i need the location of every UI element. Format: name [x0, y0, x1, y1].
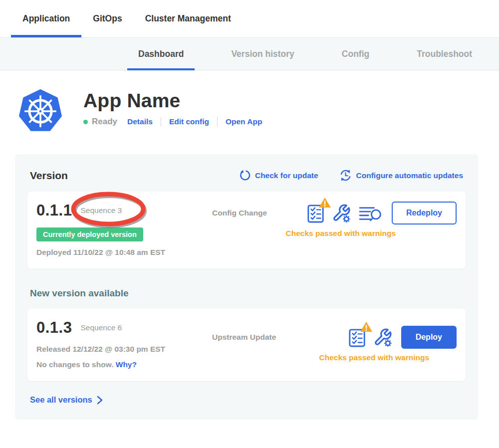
status-text: Ready — [92, 117, 117, 127]
version-source-label: Config Change — [212, 209, 267, 218]
version-source-label: Upstream Update — [212, 333, 276, 342]
tab-config-label: Config — [342, 49, 369, 59]
gear-icon — [385, 340, 391, 346]
current-version-card: 0.1.1 Sequence 3 Currently deployed vers… — [27, 192, 466, 269]
open-app-link[interactable]: Open App — [226, 117, 262, 126]
tab-troubleshoot[interactable]: Troubleshoot — [406, 38, 483, 70]
warning-triangle-icon — [318, 197, 331, 208]
deployed-timestamp: Deployed 11/10/22 @ 10:48 am EST — [36, 248, 201, 257]
configure-auto-updates-label: Configure automatic updates — [356, 171, 463, 180]
auto-update-clock-icon — [339, 169, 352, 182]
version-panel-title: Version — [30, 170, 68, 182]
tab-version-history-label: Version history — [231, 49, 294, 59]
checks-warning-text: Checks passed with warnings — [319, 353, 429, 362]
app-header: App Name Ready Details Edit config Open … — [0, 70, 499, 135]
see-all-versions-link[interactable]: See all versions — [30, 395, 466, 405]
refresh-icon — [239, 170, 250, 181]
edit-config-wrench-icon[interactable] — [332, 203, 351, 223]
tab-version-history[interactable]: Version history — [220, 38, 305, 70]
divider — [161, 117, 161, 127]
version-panel: Version Check for update Configure autom… — [15, 154, 478, 420]
status-dot-icon — [83, 120, 88, 124]
tab-cluster-management-label: Cluster Management — [145, 13, 231, 24]
no-changes-line: No changes to show. Why? — [36, 360, 201, 369]
view-diff-icon[interactable] — [358, 204, 383, 222]
redeploy-button[interactable]: Redeploy — [392, 202, 457, 224]
tab-dashboard[interactable]: Dashboard — [127, 38, 195, 70]
tab-gitops-label: GitOps — [93, 13, 122, 24]
checks-warning-text: Checks passed with warnings — [285, 229, 396, 238]
current-version-number: 0.1.1 — [36, 202, 72, 220]
details-link[interactable]: Details — [127, 117, 153, 126]
available-sequence-label: Sequence 6 — [80, 323, 122, 332]
released-timestamp: Released 12/12/22 @ 03:30 pm EST — [36, 345, 201, 354]
current-sequence-label: Sequence 3 — [80, 206, 122, 215]
divider — [217, 117, 218, 127]
top-nav: Application GitOps Cluster Management — [0, 0, 499, 37]
edit-config-wrench-icon[interactable] — [373, 327, 392, 347]
currently-deployed-badge: Currently deployed version — [36, 227, 143, 241]
tab-dashboard-label: Dashboard — [138, 49, 184, 59]
warning-triangle-icon — [360, 321, 373, 332]
kubernetes-logo-icon — [17, 87, 63, 135]
configure-auto-updates-button[interactable]: Configure automatic updates — [339, 169, 463, 182]
tab-cluster-management[interactable]: Cluster Management — [134, 0, 243, 37]
available-version-card: 0.1.3 Sequence 6 Released 12/12/22 @ 03:… — [27, 309, 466, 381]
check-for-update-label: Check for update — [255, 171, 318, 180]
check-for-update-button[interactable]: Check for update — [239, 170, 318, 181]
page-title: App Name — [83, 90, 262, 112]
gear-icon — [343, 216, 349, 222]
app-sub-nav: Dashboard Version history Config Trouble… — [0, 37, 499, 70]
edit-config-link[interactable]: Edit config — [169, 117, 209, 126]
deploy-button[interactable]: Deploy — [401, 326, 457, 349]
tab-config[interactable]: Config — [331, 38, 380, 70]
preflight-checks-icon[interactable] — [307, 203, 325, 224]
tab-troubleshoot-label: Troubleshoot — [417, 49, 472, 59]
preflight-checks-icon[interactable] — [348, 327, 366, 348]
new-version-heading: New version available — [30, 288, 466, 299]
chevron-right-icon — [96, 396, 103, 405]
tab-application[interactable]: Application — [11, 0, 81, 37]
available-version-number: 0.1.3 — [36, 319, 72, 337]
why-link[interactable]: Why? — [116, 360, 137, 369]
tab-application-label: Application — [22, 13, 70, 24]
tab-gitops[interactable]: GitOps — [81, 0, 133, 37]
